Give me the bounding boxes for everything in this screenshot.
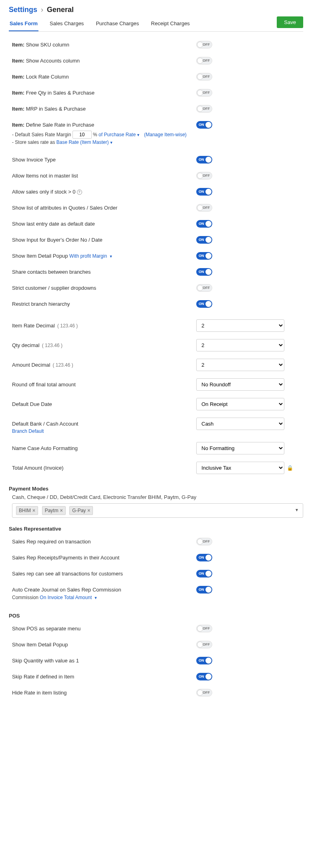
toggle-strictdd[interactable]: OFF (196, 284, 212, 292)
toggle-mrp[interactable]: OFF (196, 105, 212, 113)
toggle-branchhier[interactable]: ON (196, 300, 212, 308)
select-bank[interactable]: Cash (196, 418, 284, 430)
label-item-accounts: Item: Show Accounts column (12, 57, 196, 65)
label-sharecont: Share contacts between branches (12, 268, 196, 276)
label-posdetail: Show Item Detail Popup (12, 641, 196, 649)
label-lastdate: Show last entry date as default date (12, 220, 196, 228)
commission-basis-link[interactable]: On Invoice Total Amount ▼ (40, 595, 97, 600)
toggle-lastdate[interactable]: ON (196, 220, 212, 228)
payment-modes-field[interactable]: BHIM× Paytm× G-Pay× ▼ (12, 503, 303, 518)
tab-receipt-charges[interactable]: Receipt Charges (150, 17, 191, 31)
branch-default-link[interactable]: Branch Default (12, 428, 188, 435)
toggle-sku[interactable]: OFF (196, 41, 212, 48)
label-round: Round off final total amount (12, 378, 196, 389)
breadcrumb-current: General (47, 6, 74, 14)
tag-paytm[interactable]: Paytm× (42, 506, 66, 515)
breadcrumb: Settings › General (9, 6, 303, 14)
toggle-srreq[interactable]: OFF (196, 538, 212, 545)
toggle-buyerord[interactable]: ON (196, 236, 212, 244)
label-amt-dec: Amount Decimal( 123.46 ) (12, 359, 196, 369)
label-namecase: Name Case Auto Formatting (12, 442, 196, 452)
base-rate-link[interactable]: Base Rate (Item Master)▼ (56, 139, 113, 145)
chevron-down-icon[interactable]: ▼ (295, 508, 299, 512)
toggle-invtype[interactable]: ON (196, 156, 212, 164)
close-icon[interactable]: × (87, 508, 90, 513)
label-rate-dec: Item Rate Decimal( 123.46 ) (12, 319, 196, 330)
label-posmenu: Show POS as separate menu (12, 625, 196, 633)
tab-purchase-charges[interactable]: Purchase Charges (95, 17, 140, 31)
section-sales-rep: Sales Representative (9, 526, 303, 532)
tag-gpay[interactable]: G-Pay× (69, 506, 93, 515)
toggle-notmaster[interactable]: OFF (196, 172, 212, 180)
toggle-posmenu[interactable]: OFF (196, 625, 212, 632)
label-item-lockrate: Item: Lock Rate Column (12, 73, 196, 81)
section-payment-modes: Payment Modes (9, 486, 303, 492)
help-icon[interactable]: ? (77, 190, 82, 195)
label-strictdd: Strict customer / supplier dropdowns (12, 284, 196, 292)
label-bank: Default Bank / Cash AccountBranch Defaul… (12, 418, 196, 435)
save-button[interactable]: Save (277, 16, 303, 28)
label-poshiderate: Hide Rate in item listing (12, 689, 196, 697)
toggle-attrlist[interactable]: OFF (196, 204, 212, 212)
tab-sales-form[interactable]: Sales Form (9, 17, 38, 31)
label-stockgt0: Allow sales only if stock > 0? (12, 188, 196, 196)
label-item-mrp: Item: MRP in Sales & Purchase (12, 105, 196, 113)
select-namecase[interactable]: No Formatting (196, 442, 284, 454)
payment-modes-note: Cash, Cheque / DD, Debit/Credit Card, El… (12, 494, 303, 500)
toggle-accounts[interactable]: OFF (196, 57, 212, 65)
toggle-sharecont[interactable]: ON (196, 268, 212, 276)
profit-margin-link[interactable]: With profit Margin ▼ (69, 253, 113, 259)
close-icon[interactable]: × (60, 508, 63, 513)
label-notmaster: Allow Items not in master list (12, 172, 196, 180)
label-posskipqty: Skip Quantity with value as 1 (12, 657, 196, 665)
label-attrlist: Show list of attributes in Quotes / Sale… (12, 204, 196, 212)
toggle-poshiderate[interactable]: OFF (196, 689, 212, 696)
toggle-lockrate[interactable]: OFF (196, 73, 212, 81)
breadcrumb-parent[interactable]: Settings (9, 6, 37, 14)
tag-bhim[interactable]: BHIM× (16, 506, 38, 515)
select-total[interactable]: Inclusive Tax (196, 462, 284, 474)
label-posskiprate: Skip Rate if defined in Item (12, 673, 196, 681)
label-item-sku: Item: Show SKU column (12, 41, 196, 49)
toggle-posdetail[interactable]: OFF (196, 641, 212, 648)
label-duedate: Default Due Date (12, 398, 196, 408)
toggle-posskipqty[interactable]: ON (196, 657, 212, 664)
tab-bar: Sales Form Sales Charges Purchase Charge… (9, 17, 303, 32)
label-buyerord: Show Input for Buyer's Order No / Date (12, 236, 196, 244)
manage-itemwise-link[interactable]: (Manage Item-wise) (144, 132, 187, 137)
toggle-srjournal[interactable]: ON (196, 586, 212, 593)
section-pos: POS (9, 613, 303, 619)
close-icon[interactable]: × (32, 508, 35, 513)
label-srreq: Sales Rep required on transaction (12, 538, 196, 546)
select-rate-dec[interactable]: 2 (196, 319, 284, 332)
toggle-posskiprate[interactable]: ON (196, 673, 212, 680)
margin-input[interactable] (72, 131, 92, 139)
label-branchhier: Restrict branch hierarchy (12, 300, 196, 308)
tab-sales-charges[interactable]: Sales Charges (49, 17, 85, 31)
select-round[interactable]: No Roundoff (196, 378, 284, 391)
label-item-freeqty: Item: Free Qty in Sales & Purchase (12, 89, 196, 97)
toggle-itempopup[interactable]: ON (196, 252, 212, 260)
label-invtype: Show Invoice Type (12, 156, 196, 164)
select-amt-dec[interactable]: 2 (196, 359, 284, 371)
label-srrcpt: Sales Rep Receipts/Payments in their Acc… (12, 554, 196, 562)
of-purchase-rate-link[interactable]: of Purchase Rate▼ (99, 132, 140, 137)
toggle-defsale[interactable]: ON (196, 121, 212, 129)
label-total: Total Amount (Invoice) (12, 462, 196, 472)
toggle-freeqty[interactable]: OFF (196, 89, 212, 97)
breadcrumb-separator: › (41, 6, 43, 14)
label-item-defsale: Item: Define Sale Rate in Purchase - Def… (12, 121, 196, 146)
lock-icon[interactable]: 🔒 (287, 465, 293, 471)
toggle-sralltx[interactable]: ON (196, 570, 212, 577)
label-qty-dec: Qty decimal( 123.46 ) (12, 339, 196, 349)
select-qty-dec[interactable]: 2 (196, 339, 284, 351)
toggle-stockgt0[interactable]: ON (196, 188, 212, 196)
label-sralltx: Sales rep can see all transactions for c… (12, 570, 196, 578)
toggle-srrcpt[interactable]: ON (196, 554, 212, 561)
select-duedate[interactable]: On Receipt (196, 398, 284, 410)
label-srjournal: Auto Create Journal on Sales Rep Commiss… (12, 586, 196, 601)
label-itempopup: Show Item Detail Popup With profit Margi… (12, 252, 196, 260)
